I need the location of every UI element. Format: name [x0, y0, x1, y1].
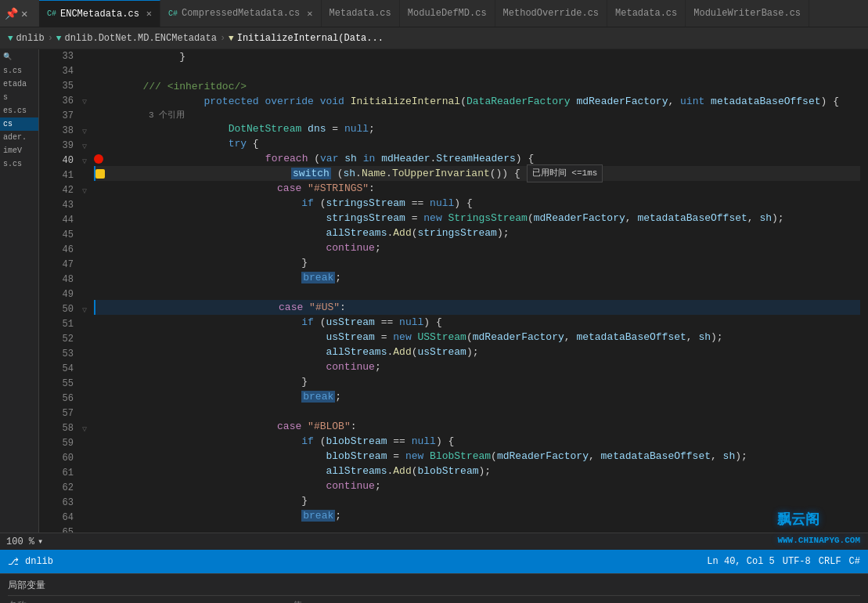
- gutter: ▽ ▽ ▽ ▽ ▽ ▽ ▽: [78, 49, 91, 533]
- bottom-panel-header: 局部变量: [8, 579, 860, 596]
- gutter-58[interactable]: ▽: [78, 421, 91, 436]
- gutter-48: [78, 273, 91, 287]
- tab-compressedmetadata[interactable]: C# CompressedMetadata.cs ✕: [160, 0, 321, 27]
- gutter-56: [78, 392, 91, 406]
- file-item-8[interactable]: s.cs: [0, 157, 38, 171]
- pin-icon[interactable]: 📌: [5, 7, 18, 20]
- tab-bar: 📌 ✕ C# ENCMetadata.cs ✕ C# CompressedMet…: [0, 0, 868, 27]
- gutter-34: [78, 64, 91, 79]
- search-icon[interactable]: 🔍: [0, 49, 38, 64]
- tab-metadata[interactable]: Metadata.cs: [322, 0, 400, 27]
- gutter-64: [78, 511, 91, 525]
- zoom-label: 100 %: [6, 536, 34, 547]
- tab-close-btn2[interactable]: ✕: [307, 8, 312, 20]
- zoom-dropdown-icon[interactable]: ▾: [38, 536, 43, 547]
- gutter-53: [78, 347, 91, 362]
- code-content[interactable]: } /// <inheritdoc/> protected override v…: [91, 49, 860, 533]
- position-label: Ln 40, Col 5: [707, 556, 774, 567]
- gutter-50[interactable]: ▽: [78, 302, 91, 317]
- branch-icon: ⎇: [8, 556, 19, 568]
- tab-methodoverride[interactable]: MethodOverride.cs: [495, 0, 607, 27]
- tab-moduledefmd[interactable]: ModuleDefMD.cs: [400, 0, 495, 27]
- tab-close-btn[interactable]: ✕: [146, 8, 152, 20]
- file-item-1[interactable]: s.cs: [0, 64, 38, 78]
- tab-cs-icon2: C#: [168, 9, 178, 18]
- tab-label3: Metadata.cs: [330, 8, 391, 19]
- gutter-39[interactable]: ▽: [78, 139, 91, 153]
- breadcrumb-icon: ▼: [8, 34, 13, 43]
- line-numbers: 33 34 35 36 37 38 39 40 41 42 43 44 45 4…: [39, 49, 78, 533]
- gutter-44: [78, 213, 91, 228]
- file-item-7[interactable]: imeV: [0, 144, 38, 157]
- file-sidebar: 🔍 s.cs etada s es.cs cs ader. imeV s.cs: [0, 49, 39, 533]
- tab-cs-icon: C#: [47, 9, 56, 18]
- gutter-60: [78, 451, 91, 466]
- breadcrumb-root[interactable]: dnlib: [16, 33, 45, 44]
- col2-header: 值: [293, 599, 302, 603]
- file-item-2[interactable]: etada: [0, 78, 38, 91]
- gutter-45: [78, 228, 91, 243]
- file-item-5[interactable]: cs: [0, 117, 38, 131]
- gutter-40[interactable]: ▽: [78, 153, 91, 168]
- scrollbar[interactable]: [860, 49, 868, 533]
- tab-encmetadata[interactable]: C# ENCMetadata.cs ✕: [39, 0, 160, 27]
- gutter-49: [78, 287, 91, 302]
- encoding-label[interactable]: UTF-8: [783, 556, 811, 567]
- tab-label6: Metadata.cs: [615, 8, 677, 19]
- gutter-59: [78, 436, 91, 451]
- panel-label: 局部变量: [8, 579, 45, 592]
- zoom-bar: 100 % ▾: [0, 533, 868, 550]
- gutter-38[interactable]: ▽: [78, 124, 91, 139]
- line-ending-label[interactable]: CRLF: [819, 556, 841, 567]
- gutter-41: [78, 168, 91, 183]
- code-line-55: break;: [94, 389, 860, 404]
- file-item-6[interactable]: ader.: [0, 131, 38, 144]
- gutter-57: [78, 406, 91, 421]
- branch-label[interactable]: dnlib: [25, 556, 53, 567]
- breadcrumb-method-icon: ▼: [229, 34, 234, 43]
- bottom-panel: 局部变量 名称 值 (da DotNet.MD.ENCMete...: [0, 573, 868, 603]
- tab-label: ENCMetadata.cs: [60, 9, 139, 20]
- breadcrumb-method[interactable]: InitializeInternal(Data...: [237, 33, 384, 44]
- code-line-33: }: [94, 49, 860, 64]
- gutter-52: [78, 332, 91, 347]
- file-item-3[interactable]: s: [0, 91, 38, 104]
- editor-container: 🔍 s.cs etada s es.cs cs ader. imeV s.cs …: [0, 49, 868, 533]
- tab-label2: CompressedMetadata.cs: [182, 8, 300, 19]
- status-left: ⎇ dnlib: [8, 556, 53, 568]
- gutter-47: [78, 258, 91, 273]
- gutter-37: [78, 109, 91, 124]
- tab-bar-left: 📌 ✕: [0, 0, 39, 27]
- gutter-63: [78, 496, 91, 511]
- code-area: 33 34 35 36 37 38 39 40 41 42 43 44 45 4…: [39, 49, 868, 533]
- gutter-33: [78, 49, 91, 64]
- language-label[interactable]: C#: [849, 556, 860, 567]
- gutter-65: [78, 525, 91, 533]
- breadcrumb-ns-icon: ▼: [56, 34, 62, 43]
- tab-label5: MethodOverride.cs: [503, 8, 599, 19]
- tab-label7: ModuleWriterBase.cs: [693, 8, 801, 19]
- code-line-34: [94, 64, 860, 79]
- gutter-46: [78, 243, 91, 258]
- close-panel-icon[interactable]: ✕: [21, 7, 27, 20]
- col1-header: 名称: [8, 599, 27, 603]
- status-bar: ⎇ dnlib Ln 40, Col 5 UTF-8 CRLF C#: [0, 550, 868, 573]
- gutter-54: [78, 362, 91, 377]
- gutter-36[interactable]: ▽: [78, 94, 91, 109]
- tab-label4: ModuleDefMD.cs: [408, 8, 487, 19]
- gutter-62: [78, 481, 91, 496]
- gutter-42[interactable]: ▽: [78, 183, 91, 198]
- tab-modulewriterbase[interactable]: ModuleWriterBase.cs: [686, 0, 809, 27]
- gutter-43: [78, 198, 91, 213]
- gutter-35: [78, 79, 91, 94]
- tooltip-time: 已用时间 <=1ms: [527, 164, 603, 182]
- code-line-47: break;: [94, 270, 860, 285]
- code-line-63: break;: [94, 508, 860, 523]
- tab-metadata2[interactable]: Metadata.cs: [607, 0, 686, 27]
- gutter-55: [78, 377, 91, 392]
- gutter-51: [78, 317, 91, 332]
- breadcrumb-bar: ▼ dnlib › ▼ dnlib.DotNet.MD.ENCMetadata …: [0, 27, 868, 49]
- breadcrumb-path1[interactable]: dnlib.DotNet.MD.ENCMetadata: [64, 33, 216, 44]
- breakpoint-marker-39[interactable]: [94, 154, 103, 164]
- file-item-4[interactable]: es.cs: [0, 104, 38, 117]
